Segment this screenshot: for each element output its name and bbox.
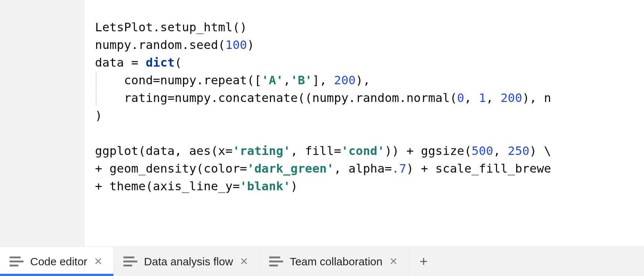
code-line: ) [95, 109, 102, 123]
file-icon [269, 256, 283, 266]
close-icon[interactable]: ✕ [389, 256, 398, 267]
code-line: LetsPlot.setup_html() [95, 20, 247, 34]
add-tab-button[interactable]: + [409, 247, 439, 276]
code-line: rating=numpy.concatenate((numpy.random.n… [95, 91, 551, 105]
plus-icon: + [420, 254, 428, 269]
editor-area: LetsPlot.setup_html() numpy.random.seed(… [0, 0, 644, 247]
code-line: + geom_density(color='dark_green', alpha… [95, 162, 551, 176]
code-line: cond=numpy.repeat(['A','B'], 200), [95, 73, 370, 87]
tab-code-editor[interactable]: Code editor ✕ [0, 247, 114, 276]
code-line [95, 126, 102, 140]
code-line: data = dict( [95, 56, 182, 70]
tab-label: Data analysis flow [144, 255, 233, 268]
close-icon[interactable]: ✕ [240, 256, 248, 267]
file-icon [10, 256, 24, 266]
tab-label: Team collaboration [290, 255, 383, 268]
code-content[interactable]: LetsPlot.setup_html() numpy.random.seed(… [95, 18, 644, 195]
tab-data-analysis-flow[interactable]: Data analysis flow ✕ [114, 247, 260, 276]
code-line: + theme(axis_line_y='blank') [95, 179, 298, 193]
editor-gutter[interactable] [0, 0, 85, 247]
close-icon[interactable]: ✕ [94, 256, 102, 267]
code-editor-viewport[interactable]: LetsPlot.setup_html() numpy.random.seed(… [85, 0, 644, 247]
tab-label: Code editor [30, 255, 87, 268]
tab-bar: Code editor ✕ Data analysis flow ✕ Team … [0, 247, 644, 276]
file-icon [123, 256, 137, 266]
code-line: numpy.random.seed(100) [95, 38, 254, 52]
app-root: LetsPlot.setup_html() numpy.random.seed(… [0, 0, 644, 276]
code-line: ggplot(data, aes(x='rating', fill='cond'… [95, 144, 551, 158]
tab-team-collaboration[interactable]: Team collaboration ✕ [260, 247, 409, 276]
